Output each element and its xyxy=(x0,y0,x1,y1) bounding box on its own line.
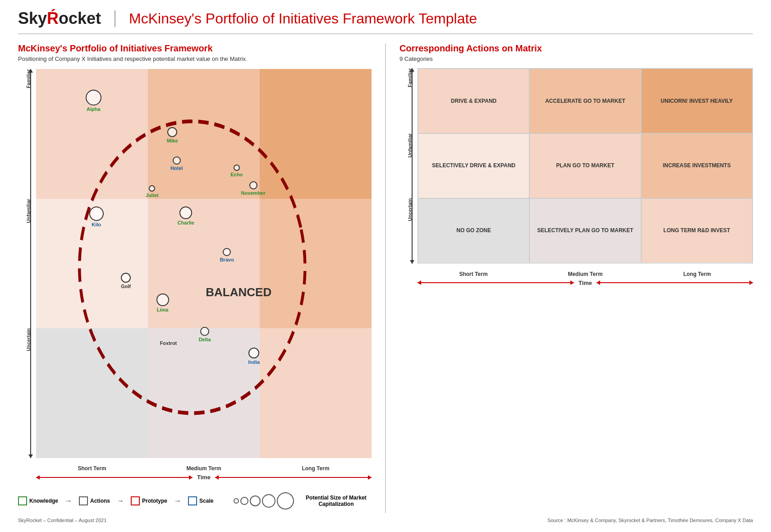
mike-label: Mike xyxy=(167,138,178,143)
kilo-label: Kilo xyxy=(92,222,101,227)
time-arrow-line xyxy=(36,477,193,478)
mike-circle xyxy=(167,127,177,137)
right-x-label-medium: Medium Term xyxy=(529,271,641,277)
charlie-label: Charlie xyxy=(178,220,194,225)
rmatrix-unfamiliar-short: SELECTIVELY DRIVE & EXPAND xyxy=(418,133,529,198)
initiative-lima: Lima xyxy=(156,294,169,312)
time-label-left: Time xyxy=(197,474,211,481)
lima-circle xyxy=(156,294,169,306)
initiative-alpha: Alpha xyxy=(86,90,101,112)
cell-uncertain-medium xyxy=(148,328,260,458)
y-label-uncertain: Uncertain xyxy=(18,328,36,458)
echo-circle xyxy=(234,165,240,171)
legend-actions-label: Actions xyxy=(90,498,110,504)
time-arrow-left: Time xyxy=(36,474,372,481)
foxtrot-label: Foxtrot xyxy=(160,340,177,346)
left-panel-title: McKinsey's Portfolio of Initiatives Fram… xyxy=(18,43,372,54)
golf-circle xyxy=(121,273,131,283)
logo-r: Ŕ xyxy=(47,9,59,28)
cell-familiar-long xyxy=(260,69,372,199)
rmatrix-unfamiliar-medium: PLAN GO TO MARKET xyxy=(529,133,641,198)
panel-divider xyxy=(385,43,386,513)
right-x-label-long: Long Term xyxy=(641,271,753,277)
left-panel-subtitle: Positioning of Company X Initiatives and… xyxy=(18,55,372,62)
alpha-circle xyxy=(86,90,101,105)
cell-unfamiliar-long xyxy=(260,199,372,329)
footer-right: Source : McKinsey & Company, Skyrocket &… xyxy=(547,518,753,523)
header-title: McKinsey's Portfolio of Initiatives Fram… xyxy=(115,10,477,27)
delta-circle xyxy=(200,327,209,336)
hotel-circle xyxy=(173,156,181,165)
initiative-golf: Golf xyxy=(121,273,131,289)
cell-familiar-medium xyxy=(148,69,260,199)
x-labels-right: Short Term Medium Term Long Term xyxy=(418,271,753,277)
page: SkyŔocket McKinsey's Portfolio of Initi… xyxy=(0,0,771,532)
right-panel: Corresponding Actions on Matrix 9 Catego… xyxy=(399,43,753,513)
circle-sm xyxy=(240,497,248,505)
footer-left: SkyRocket – Confidential – August 2021 xyxy=(18,518,106,523)
legend-knowledge: Knowledge xyxy=(18,496,58,505)
time-arrow-line2 xyxy=(215,477,372,478)
circle-xs xyxy=(234,498,239,504)
legend-scale-label: Scale xyxy=(199,498,213,504)
legend: Knowledge → Actions → Prototype → Scale xyxy=(18,489,372,513)
bravo-label: Bravo xyxy=(220,257,234,262)
india-label: India xyxy=(248,359,260,365)
circle-lg xyxy=(262,494,275,508)
right-panel-title: Corresponding Actions on Matrix xyxy=(399,43,753,54)
november-circle xyxy=(249,181,257,189)
right-y-label-uncertain: Uncertain xyxy=(399,198,418,264)
categories-text: 9 Categories xyxy=(399,55,753,62)
legend-prototype-label: Prototype xyxy=(142,498,167,504)
main-content: McKinsey's Portfolio of Initiatives Fram… xyxy=(18,43,753,513)
rmatrix-uncertain-medium: SELECTIVELY PLAN GO TO MARKET xyxy=(529,198,641,263)
legend-knowledge-label: Knowledge xyxy=(29,498,58,504)
november-label: November xyxy=(241,190,266,196)
kilo-circle xyxy=(89,206,104,221)
legend-actions: Actions xyxy=(79,496,110,505)
x-label-medium: Medium Term xyxy=(148,465,260,472)
footer: SkyRocket – Confidential – August 2021 S… xyxy=(18,515,753,523)
legend-scale-box xyxy=(188,496,197,505)
initiative-foxtrot: Foxtrot xyxy=(160,339,177,346)
charlie-circle xyxy=(179,206,192,219)
initiative-india: India xyxy=(248,348,260,365)
cell-uncertain-short xyxy=(36,328,148,458)
time-arrow-line-r1 xyxy=(418,282,574,283)
legend-market-cap: Potential Size of Market Capitalization xyxy=(301,495,372,508)
initiative-echo: Echo xyxy=(230,165,243,177)
legend-prototype: Prototype xyxy=(131,496,167,505)
legend-circles xyxy=(234,492,294,509)
x-label-long: Long Term xyxy=(260,465,372,472)
x-label-short: Short Term xyxy=(36,465,148,472)
legend-arrow3: → xyxy=(174,497,181,505)
juliet-label: Juliet xyxy=(146,193,159,198)
rmatrix-familiar-long: UNICORN! INVEST HEAVILY xyxy=(641,69,753,133)
time-label-right: Time xyxy=(578,280,592,286)
legend-arrow1: → xyxy=(65,497,72,505)
juliet-circle xyxy=(149,185,155,192)
echo-label: Echo xyxy=(230,172,243,177)
y-label-familiar: Familiar xyxy=(18,69,36,199)
initiative-kilo: Kilo xyxy=(89,206,104,227)
legend-knowledge-box xyxy=(18,496,27,505)
initiative-charlie: Charlie xyxy=(178,206,194,225)
right-y-label-familiar: Familiar xyxy=(399,68,418,133)
rmatrix-unfamiliar-long: INCREASE INVESTMENTS xyxy=(641,133,753,198)
right-x-label-short: Short Term xyxy=(418,271,529,277)
bravo-circle xyxy=(223,248,231,256)
time-arrow-right: Time xyxy=(418,280,753,286)
y-label-unfamiliar: Unfamiliar xyxy=(18,199,36,329)
hotel-label: Hotel xyxy=(170,165,183,171)
balanced-text: BALANCED xyxy=(206,285,271,299)
initiative-mike: Mike xyxy=(167,127,178,143)
right-matrix: DRIVE & EXPAND ACCELERATE GO TO MARKET U… xyxy=(418,68,753,264)
rmatrix-familiar-short: DRIVE & EXPAND xyxy=(418,69,529,133)
logo: SkyŔocket xyxy=(18,9,101,28)
circle-md xyxy=(250,495,261,506)
initiative-november: November xyxy=(241,181,266,196)
legend-actions-box xyxy=(79,496,88,505)
left-chart-area: Level of familiarity/ risk Familiar Unfa… xyxy=(18,69,372,485)
india-circle xyxy=(248,348,259,358)
left-panel: McKinsey's Portfolio of Initiatives Fram… xyxy=(18,43,372,513)
